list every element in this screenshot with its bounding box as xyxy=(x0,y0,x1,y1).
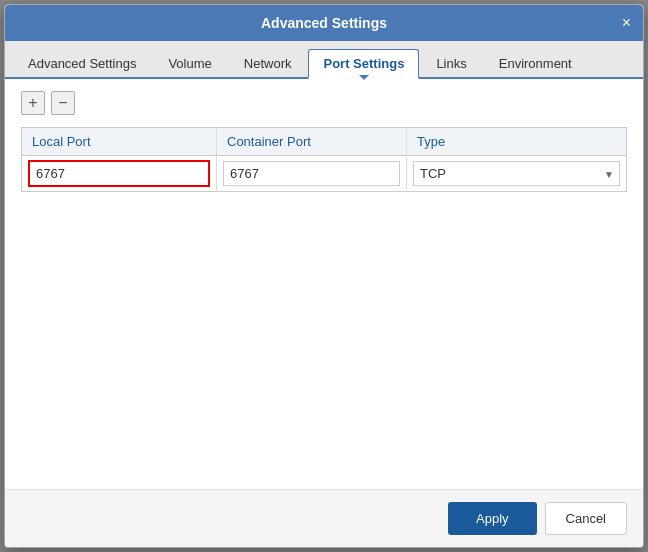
col-header-local-port: Local Port xyxy=(22,128,217,155)
tab-volume[interactable]: Volume xyxy=(153,49,226,79)
dialog-title: Advanced Settings xyxy=(261,15,387,31)
tab-content: + − Local Port Container Port Type xyxy=(5,79,643,489)
container-port-input[interactable] xyxy=(223,161,400,186)
port-table: Local Port Container Port Type TCP UDP xyxy=(21,127,627,192)
add-row-button[interactable]: + xyxy=(21,91,45,115)
col-header-type: Type xyxy=(407,128,626,155)
row-toolbar: + − xyxy=(21,91,627,115)
remove-row-button[interactable]: − xyxy=(51,91,75,115)
tab-advanced-settings[interactable]: Advanced Settings xyxy=(13,49,151,79)
dialog-header: Advanced Settings × xyxy=(5,5,643,41)
type-cell: TCP UDP xyxy=(407,157,626,190)
tab-links[interactable]: Links xyxy=(421,49,481,79)
local-port-input[interactable] xyxy=(28,160,210,187)
cancel-button[interactable]: Cancel xyxy=(545,502,627,535)
dialog-footer: Apply Cancel xyxy=(5,489,643,547)
col-header-container-port: Container Port xyxy=(217,128,407,155)
container-port-cell xyxy=(217,157,407,190)
close-button[interactable]: × xyxy=(622,15,631,31)
local-port-cell xyxy=(22,156,217,191)
type-select-wrapper: TCP UDP xyxy=(413,161,620,186)
type-select[interactable]: TCP UDP xyxy=(413,161,620,186)
tab-port-settings[interactable]: Port Settings xyxy=(308,49,419,79)
tab-bar: Advanced Settings Volume Network Port Se… xyxy=(5,41,643,79)
table-header-row: Local Port Container Port Type xyxy=(22,128,626,156)
tab-network[interactable]: Network xyxy=(229,49,307,79)
advanced-settings-dialog: Advanced Settings × Advanced Settings Vo… xyxy=(4,4,644,548)
apply-button[interactable]: Apply xyxy=(448,502,537,535)
table-row: TCP UDP xyxy=(22,156,626,191)
tab-environment[interactable]: Environment xyxy=(484,49,587,79)
